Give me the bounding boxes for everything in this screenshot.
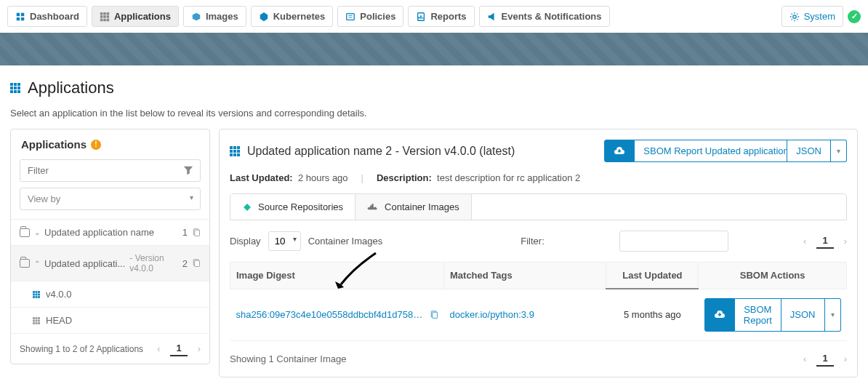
- sidebar-title: Applications: [21, 138, 87, 151]
- nav-policies-label: Policies: [360, 11, 395, 22]
- row-sbom-download-icon[interactable]: [704, 298, 735, 332]
- apps-icon: [100, 12, 110, 22]
- chevron-down-icon: ▾: [831, 311, 835, 319]
- kubernetes-icon: [259, 12, 269, 22]
- chevron-down-icon: ▾: [837, 147, 840, 155]
- svg-marker-0: [260, 12, 268, 20]
- nav-reports[interactable]: Reports: [408, 6, 474, 27]
- sidebar-showing: Showing 1 to 2 of 2 Applications: [20, 344, 150, 354]
- nav-kubernetes[interactable]: Kubernetes: [251, 6, 334, 27]
- sbom-report-button[interactable]: SBOM Report Updated application name...: [635, 140, 787, 162]
- last-updated-value: 2 hours ago: [298, 172, 348, 183]
- grid-icon: [33, 291, 40, 298]
- pager-prev[interactable]: ‹: [157, 343, 160, 354]
- description-value: test description for rc application 2: [437, 172, 580, 183]
- diamond-icon: [242, 202, 252, 212]
- nav-events[interactable]: Events & Notifications: [479, 6, 610, 27]
- nav-system-label: System: [804, 11, 835, 22]
- nav-reports-label: Reports: [430, 11, 466, 22]
- chevron-down-icon: ▾: [190, 193, 193, 201]
- warning-icon[interactable]: !: [91, 140, 101, 150]
- version-label: HEAD: [46, 315, 201, 326]
- svg-rect-13: [244, 204, 251, 211]
- nav-kubernetes-label: Kubernetes: [273, 11, 326, 22]
- detail-panel: Updated application name 2 - Version v4.…: [219, 129, 858, 377]
- tab-source-repos[interactable]: Source Repositories: [230, 194, 355, 220]
- th-digest[interactable]: Image Digest: [230, 263, 444, 289]
- nav-images-label: Images: [206, 11, 238, 22]
- pager-prev[interactable]: ‹: [803, 236, 806, 247]
- pager-next[interactable]: ›: [844, 353, 847, 364]
- pager-current: 1: [816, 233, 833, 249]
- sidebar-panel: Applications ! View by ▾ ⌄ Updated appli…: [10, 129, 210, 364]
- pager-current: 1: [816, 351, 833, 367]
- filter-label: Filter:: [521, 236, 544, 247]
- display-suffix: Container Images: [308, 236, 383, 247]
- apps-icon: [230, 146, 240, 156]
- nav-applications[interactable]: Applications: [92, 6, 179, 27]
- th-tags[interactable]: Matched Tags: [444, 263, 606, 289]
- svg-rect-10: [195, 230, 200, 236]
- filter-icon: [183, 165, 193, 175]
- app-name: Updated application name: [44, 227, 172, 238]
- chevron-down-icon: ⌄: [34, 228, 40, 236]
- pager-current: 1: [170, 341, 187, 356]
- page-subtitle: Select an application in the list below …: [0, 102, 868, 129]
- version-item-v400[interactable]: v4.0.0: [11, 281, 209, 308]
- bullhorn-icon: [487, 12, 497, 22]
- filter-input[interactable]: [20, 159, 201, 182]
- apps-page-icon: [10, 83, 20, 93]
- table-footer-showing: Showing 1 Container Image: [230, 353, 803, 364]
- reports-icon: [416, 12, 426, 22]
- pager-next[interactable]: ›: [198, 343, 201, 354]
- display-count-select[interactable]: 10: [268, 231, 301, 251]
- sbom-json-button[interactable]: JSON: [787, 140, 831, 162]
- table-filter-input[interactable]: [619, 231, 728, 252]
- tab-container-images[interactable]: Container Images: [355, 194, 472, 220]
- app-count: 1: [176, 227, 188, 238]
- copy-icon[interactable]: [192, 259, 201, 268]
- viewby-select[interactable]: View by: [20, 188, 201, 210]
- dashboard-icon: [15, 12, 25, 22]
- image-digest-link[interactable]: sha256:09e73c4e10e0558ddbcbf4d1d758d041a…: [236, 309, 425, 320]
- folder-icon: [20, 228, 30, 237]
- version-item-head[interactable]: HEAD: [11, 308, 209, 334]
- th-updated[interactable]: Last Updated: [606, 263, 699, 289]
- nav-policies[interactable]: Policies: [337, 6, 403, 27]
- description-label: Description:: [377, 172, 432, 183]
- nav-dashboard[interactable]: Dashboard: [7, 6, 87, 27]
- svg-rect-1: [347, 13, 355, 20]
- svg-point-8: [792, 15, 795, 17]
- status-ok-icon[interactable]: ✓: [848, 10, 861, 23]
- sbom-format-dropdown[interactable]: ▾: [831, 140, 847, 162]
- row-sbom-dropdown[interactable]: ▾: [825, 298, 841, 332]
- detail-title: Updated application name 2 - Version v4.…: [247, 145, 515, 158]
- app-item-1[interactable]: ⌄ Updated application name 1: [11, 220, 209, 246]
- copy-icon[interactable]: [192, 228, 201, 237]
- th-actions: SBOM Actions: [699, 263, 847, 289]
- copy-icon[interactable]: [430, 311, 438, 319]
- pager-next[interactable]: ›: [844, 236, 847, 247]
- container-icon: [367, 202, 379, 212]
- tab-source-label: Source Repositories: [258, 201, 343, 212]
- sbom-download-icon-button[interactable]: [604, 140, 635, 162]
- svg-rect-15: [432, 312, 437, 318]
- app-item-2[interactable]: ⌃ Updated applicati... - Version v4.0.0 …: [11, 246, 209, 281]
- matched-tag-link[interactable]: docker.io/python:3.9: [450, 309, 534, 320]
- cloud-download-icon: [614, 146, 625, 156]
- app-count: 2: [176, 258, 188, 269]
- chevron-up-icon: ⌃: [34, 260, 40, 268]
- nav-dashboard-label: Dashboard: [30, 11, 79, 22]
- tab-container-label: Container Images: [385, 201, 459, 212]
- policies-icon: [345, 12, 355, 22]
- cloud-download-icon: [714, 310, 726, 320]
- row-sbom-report-button[interactable]: SBOM Report: [735, 298, 781, 332]
- images-icon: [191, 12, 201, 22]
- pager-prev[interactable]: ‹: [803, 353, 806, 364]
- svg-rect-12: [195, 260, 200, 266]
- nav-images[interactable]: Images: [183, 6, 246, 27]
- row-sbom-json-button[interactable]: JSON: [781, 298, 825, 332]
- table-row: sha256:09e73c4e10e0558ddbcbf4d1d758d041a…: [230, 289, 847, 340]
- version-label: v4.0.0: [46, 289, 201, 300]
- nav-system[interactable]: System: [781, 6, 843, 27]
